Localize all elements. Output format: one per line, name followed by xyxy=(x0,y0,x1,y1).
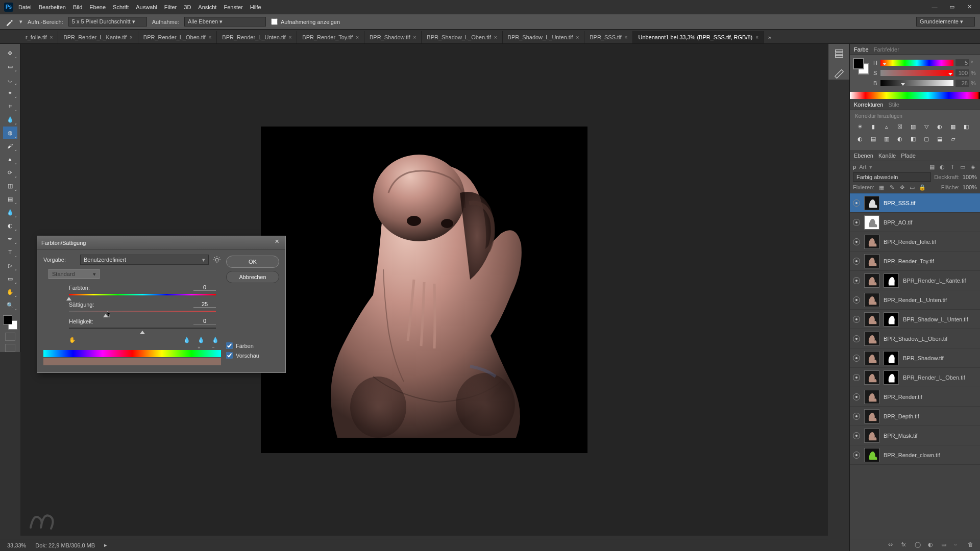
visibility-toggle[interactable] xyxy=(853,219,860,226)
ok-button[interactable]: OK xyxy=(226,256,279,268)
layer-thumbnail[interactable] xyxy=(864,273,879,288)
lock-trans-icon[interactable]: ▦ xyxy=(877,184,886,191)
document-tab[interactable]: BPR_Shadow_L_Oben.tif× xyxy=(422,31,502,43)
fx-icon[interactable]: fx xyxy=(901,541,910,549)
layer-thumbnail[interactable] xyxy=(864,196,879,210)
layer-row[interactable]: BPR_SSS.tif xyxy=(850,193,980,213)
filter-type-icon[interactable]: T xyxy=(948,163,957,170)
layer-row[interactable]: BPR_Render_L_Oben.tif xyxy=(850,368,980,387)
layer-thumbnail[interactable] xyxy=(864,332,879,346)
visibility-toggle[interactable] xyxy=(853,296,860,304)
layer-mask[interactable] xyxy=(884,312,899,327)
adj-layer-icon[interactable]: ◐ xyxy=(928,541,936,549)
crop-tool[interactable]: ⌗ xyxy=(3,100,17,112)
adj-icon-10[interactable]: ▤ xyxy=(868,134,878,143)
bri-slider[interactable] xyxy=(880,80,953,86)
delete-icon[interactable]: 🗑 xyxy=(968,541,976,549)
adj-icon-7[interactable]: ▦ xyxy=(948,122,958,131)
eyedrop-tool[interactable]: 💧 xyxy=(3,113,17,126)
layer-thumbnail[interactable] xyxy=(864,390,879,404)
pen-tool[interactable]: ✒ xyxy=(3,233,17,245)
menu-filter[interactable]: Filter xyxy=(164,4,177,10)
paths-tab[interactable]: Pfade xyxy=(901,153,916,159)
group-icon[interactable]: ▭ xyxy=(941,541,949,549)
layer-name[interactable]: BPR_Depth.tif xyxy=(884,413,977,419)
menu-ebene[interactable]: Ebene xyxy=(89,4,106,10)
adj-icon-11[interactable]: ▥ xyxy=(881,134,892,143)
layer-row[interactable]: BPR_Depth.tif xyxy=(850,407,980,426)
layer-name[interactable]: BPR_Shadow_L_Unten.tif xyxy=(903,316,977,322)
hand-icon[interactable]: ✋ xyxy=(69,337,78,346)
layer-row[interactable]: BPR_AO.tif xyxy=(850,213,980,232)
layer-thumbnail[interactable] xyxy=(864,429,879,443)
layer-thumbnail[interactable] xyxy=(864,254,879,268)
lig-slider-track[interactable] xyxy=(69,327,216,332)
hue-slider-track[interactable] xyxy=(69,293,216,298)
layer-thumbnail[interactable] xyxy=(864,370,879,385)
menu-ansicht[interactable]: Ansicht xyxy=(198,4,216,10)
gear-icon[interactable] xyxy=(213,256,221,264)
document-tab[interactable]: BPR_Render_Toy.tif× xyxy=(297,31,364,43)
layer-row[interactable]: BPR_Render_folie.tif xyxy=(850,232,980,252)
visibility-toggle[interactable] xyxy=(853,316,860,323)
move-tool[interactable]: ✥ xyxy=(3,47,17,59)
document-tab[interactable]: BPR_Render_L_Kante.tif× xyxy=(58,31,138,43)
layer-name[interactable]: BPR_Mask.tif xyxy=(884,433,977,439)
maximize-button[interactable]: ▭ xyxy=(945,3,959,12)
visibility-toggle[interactable] xyxy=(853,374,860,381)
layer-row[interactable]: BPR_Shadow.tif xyxy=(850,348,980,368)
layer-name[interactable]: BPR_Shadow.tif xyxy=(903,355,977,361)
layers-tab[interactable]: Ebenen xyxy=(854,153,873,159)
visibility-toggle[interactable] xyxy=(853,413,860,420)
menu-hilfe[interactable]: Hilfe xyxy=(250,4,261,10)
layer-row[interactable]: BPR_Shadow_L_Unten.tif xyxy=(850,310,980,329)
layer-thumbnail[interactable] xyxy=(864,448,879,462)
blur-tool[interactable]: 💧 xyxy=(3,206,17,218)
layer-name[interactable]: BPR_Shadow_L_Oben.tif xyxy=(884,336,977,342)
menu-datei[interactable]: Datei xyxy=(18,4,32,10)
lasso-tool[interactable]: ◡ xyxy=(3,73,17,86)
adj-icon-9[interactable]: ◐ xyxy=(855,134,865,143)
layer-name[interactable]: BPR_SSS.tif xyxy=(884,200,977,206)
hand-tool[interactable]: ✋ xyxy=(3,286,17,298)
adj-icon-2[interactable]: ▵ xyxy=(881,122,892,131)
dodge-tool[interactable]: ◐ xyxy=(3,219,17,232)
filter-shape-icon[interactable]: ▭ xyxy=(959,163,967,170)
filter-pixel-icon[interactable]: ▦ xyxy=(928,163,936,170)
lig-value[interactable]: 0 xyxy=(193,318,216,324)
type-tool[interactable]: T xyxy=(3,246,17,258)
layer-name[interactable]: BPR_Render_clown.tif xyxy=(884,452,977,458)
lock-paint-icon[interactable]: ✎ xyxy=(888,184,896,191)
menu-bearbeiten[interactable]: Bearbeiten xyxy=(39,4,66,10)
document-tab[interactable]: BPR_Shadow.tif× xyxy=(364,31,422,43)
sat-slider[interactable] xyxy=(880,70,953,76)
layer-name[interactable]: BPR_Render.tif xyxy=(884,394,977,400)
tabs-overflow[interactable]: » xyxy=(764,31,775,43)
zoom-tool[interactable]: 🔍 xyxy=(3,299,17,311)
menu-auswahl[interactable]: Auswahl xyxy=(136,4,157,10)
color-ramp[interactable] xyxy=(850,92,980,99)
sat-value[interactable]: 25 xyxy=(193,301,216,308)
shape-tool[interactable]: ▭ xyxy=(3,272,17,285)
adj-icon-3[interactable]: ☒ xyxy=(895,122,905,131)
gradient-tool[interactable]: ▤ xyxy=(3,193,17,205)
minimize-button[interactable]: — xyxy=(928,3,941,12)
visibility-toggle[interactable] xyxy=(853,238,860,245)
document-tab[interactable]: BPR_Render_L_Unten.tif× xyxy=(217,31,297,43)
history-icon[interactable] xyxy=(834,48,845,59)
adj-icon-15[interactable]: ⬓ xyxy=(935,134,945,143)
colorize-checkbox[interactable]: Färben xyxy=(226,342,279,349)
layer-name[interactable]: BPR_Render_L_Kante.tif xyxy=(903,278,977,284)
visibility-toggle[interactable] xyxy=(853,355,860,362)
layer-thumbnail[interactable] xyxy=(864,235,879,249)
channels-tab[interactable]: Kanäle xyxy=(878,153,896,159)
layer-name[interactable]: BPR_Render_L_Unten.tif xyxy=(884,297,977,303)
adj-icon-6[interactable]: ◐ xyxy=(935,122,945,131)
adj-icon-1[interactable]: ▮ xyxy=(868,122,878,131)
status-more[interactable]: ▸ xyxy=(104,542,107,548)
channel-select[interactable]: Standard xyxy=(48,269,100,279)
eyedropper-icon[interactable]: 💧 xyxy=(183,337,192,346)
new-layer-icon[interactable]: ▫ xyxy=(954,541,963,549)
layer-thumbnail[interactable] xyxy=(864,409,879,423)
show-ring-checkbox[interactable]: Aufnahmering anzeigen xyxy=(271,18,340,25)
